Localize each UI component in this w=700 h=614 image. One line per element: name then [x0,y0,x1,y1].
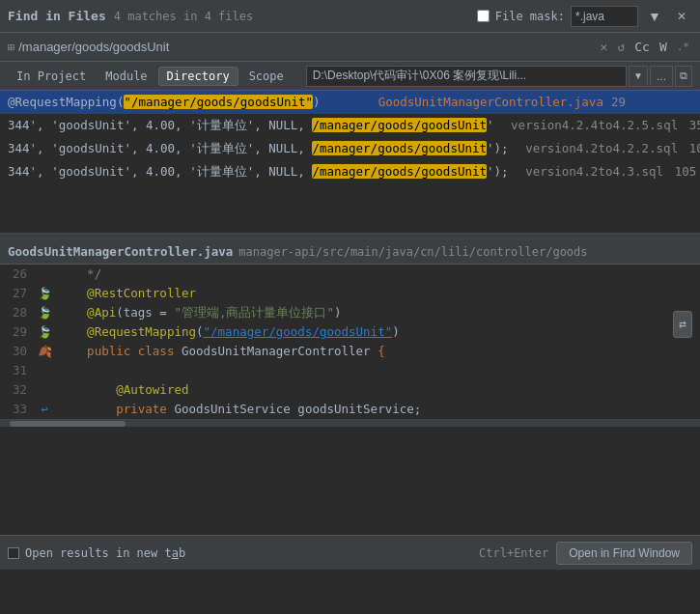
case-sensitive-btn[interactable]: Cc [631,39,653,55]
line-content-29: @RequestMapping("/manager/goods/goodsUni… [54,322,700,342]
history-search-icon[interactable]: ↺ [614,39,628,55]
directory-more-btn[interactable]: ... [650,66,673,87]
directory-dropdown-btn[interactable]: ▼ [629,66,648,87]
horizontal-scrollbar[interactable] [0,419,700,427]
line-content-32: @Autowired [54,380,700,400]
filter-tabs: In Project Module Directory Scope ▼ ... … [0,62,700,91]
line-gutter-27: 🍃 [35,284,54,303]
line-number-31: 31 [0,361,35,380]
clear-search-icon[interactable]: ✕ [598,39,611,55]
directory-path-input[interactable] [306,66,627,87]
bottom-right: Ctrl+Enter Open in Find Window [479,542,692,565]
line-content-27: @RestController [54,284,700,303]
results-list[interactable]: @RequestMapping("/manager/goods/goodsUni… [0,91,700,234]
line-number-28: 28 [0,303,35,322]
toolbar-title: Find in Files [8,9,106,23]
bottom-bar: Open results in new tab Ctrl+Enter Open … [0,535,700,570]
code-line-33: 33 ↩ private GoodsUnitService goodsUnitS… [0,400,700,419]
dir-input-container: ▼ ... ⧉ [306,66,692,87]
line-content-33: private GoodsUnitService goodsUnitServic… [54,400,700,419]
line-gutter-29: 🍃 [35,322,54,342]
code-line-29: 29 🍃 @RequestMapping("/manager/goods/goo… [0,322,700,342]
toolbar-right: File mask: ▼ ✕ [477,6,692,27]
search-arrow-icon: ⊞ [8,41,14,54]
line-content-30: public class GoodsUnitManagerController … [54,342,700,361]
code-area[interactable]: 26 */ 27 🍃 @RestController 28 🍃 @Api(tag… [0,265,700,535]
tab-scope[interactable]: Scope [240,67,293,86]
open-find-window-button[interactable]: Open in Find Window [556,542,692,565]
result-row[interactable]: 344', 'goodsUnit', 4.00, '计量单位', NULL, /… [0,114,700,137]
result-row[interactable]: 344', 'goodsUnit', 4.00, '计量单位', NULL, /… [0,137,700,160]
tab-directory[interactable]: Directory [158,67,238,86]
code-filename: GoodsUnitManagerController.java [8,244,233,259]
shortcut-hint: Ctrl+Enter [479,546,548,560]
scroll-to-source-icon[interactable]: ⇄ [673,311,692,338]
line-number-26: 26 [0,265,35,284]
word-btn[interactable]: W [657,39,670,55]
regex-btn[interactable]: .* [674,40,692,54]
h-scroll-thumb[interactable] [10,421,126,427]
toolbar-matches: 4 matches in 4 files [114,10,469,23]
code-line-31: 31 [0,361,700,380]
filter-icon-btn[interactable]: ▼ [644,6,665,27]
file-mask-input[interactable] [571,6,638,27]
code-line-26: 26 */ [0,265,700,284]
code-line-30: 30 🍂 public class GoodsUnitManagerContro… [0,342,700,361]
line-content-31 [54,361,700,380]
line-number-29: 29 [0,322,35,342]
toolbar: Find in Files 4 matches in 4 files File … [0,0,700,33]
search-bar-icons: ✕ ↺ Cc W .* [598,39,692,55]
code-line-32: 32 @Autowired [0,380,700,400]
line-content-28: @Api(tags = "管理端,商品计量单位接口") [54,303,700,322]
line-number-32: 32 [0,380,35,400]
result-row[interactable]: 344', 'goodsUnit', 4.00, '计量单位', NULL, /… [0,160,700,183]
line-gutter-33: ↩ [35,400,54,419]
search-input[interactable] [18,40,593,54]
code-line-28: 28 🍃 @Api(tags = "管理端,商品计量单位接口") [0,303,700,322]
open-new-tab-label: Open results in new tab [25,546,185,560]
code-viewer-header: GoodsUnitManagerController.java manager-… [0,239,700,265]
directory-input-area: ▼ ... ⧉ [306,66,692,87]
code-filepath: manager-api/src/main/java/cn/lili/contro… [238,245,587,259]
result-match-2: /manager/goods/goodsUnit [312,118,487,132]
line-number-33: 33 [0,400,35,419]
result-annotation: @RequestMapping( [8,95,124,109]
tab-in-project[interactable]: In Project [8,67,95,86]
directory-copy-btn[interactable]: ⧉ [675,66,692,87]
open-new-tab-checkbox[interactable] [8,547,19,559]
result-match-3: /manager/goods/goodsUnit [312,141,487,155]
code-line-27: 27 🍃 @RestController [0,284,700,303]
tab-module[interactable]: Module [97,67,155,86]
line-number-30: 30 [0,342,35,361]
line-number-27: 27 [0,284,35,303]
file-mask-checkbox[interactable] [477,10,490,22]
line-gutter-30: 🍂 [35,342,54,361]
pin-icon-btn[interactable]: ✕ [671,6,692,27]
line-gutter-28: 🍃 [35,303,54,322]
line-content-26: */ [54,265,700,284]
file-mask-label: File mask: [495,10,565,23]
result-match-4: /manager/goods/goodsUnit [312,164,487,179]
search-bar: ⊞ ✕ ↺ Cc W .* [0,33,700,62]
bottom-left: Open results in new tab [8,546,479,560]
result-row[interactable]: @RequestMapping("/manager/goods/goodsUni… [0,91,700,114]
result-match-1: "/manager/goods/goodsUnit" [124,95,313,109]
